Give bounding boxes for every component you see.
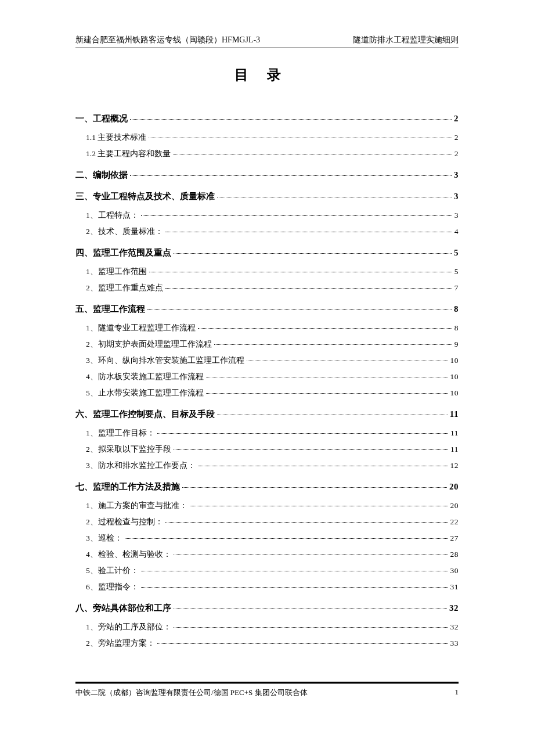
toc-leader-dots bbox=[174, 609, 447, 609]
toc-label: 二、编制依据 bbox=[75, 170, 128, 181]
toc-label: 5、验工计价： bbox=[86, 566, 139, 576]
toc-entry: 1.2 主要工程内容和数量2 bbox=[86, 149, 459, 159]
toc-label: 六、监理工作控制要点、目标及手段 bbox=[75, 409, 215, 420]
toc-page-number: 4 bbox=[454, 227, 459, 236]
toc-leader-dots bbox=[165, 288, 452, 289]
toc-label: 1、隧道专业工程监理工作流程 bbox=[86, 323, 196, 333]
toc-entry: 3、环向、纵向排水管安装施工监理工作流程10 bbox=[86, 355, 459, 366]
footer-rule bbox=[75, 682, 459, 684]
toc-entry: 2、拟采取以下监控手段11 bbox=[86, 444, 459, 455]
toc-leader-dots bbox=[125, 538, 448, 539]
toc-page-number: 27 bbox=[450, 534, 459, 543]
toc-leader-dots bbox=[157, 643, 448, 644]
toc-entry: 三、专业工程特点及技术、质量标准3 bbox=[75, 191, 459, 202]
toc-page-number: 8 bbox=[454, 323, 459, 333]
toc-label: 三、专业工程特点及技术、质量标准 bbox=[75, 191, 215, 202]
page-footer: 中铁二院（成都）咨询监理有限责任公司/德国 PEC+S 集团公司联合体 1 bbox=[75, 682, 459, 698]
toc-entry: 1、旁站的工序及部位：32 bbox=[86, 622, 459, 632]
toc-leader-dots bbox=[165, 232, 452, 232]
toc-page-number: 2 bbox=[454, 149, 459, 159]
toc-label: 七、监理的工作方法及措施 bbox=[75, 481, 180, 492]
toc-leader-dots bbox=[141, 571, 448, 571]
toc-leader-dots bbox=[206, 377, 448, 377]
footer-left: 中铁二院（成都）咨询监理有限责任公司/德国 PEC+S 集团公司联合体 bbox=[75, 687, 308, 698]
toc-entry: 二、编制依据3 bbox=[75, 170, 459, 181]
toc-entry: 6、监理指令：31 bbox=[86, 582, 459, 592]
toc-entry: 4、检验、检测与验收：28 bbox=[86, 549, 459, 560]
toc-label: 4、防水板安装施工监理工作流程 bbox=[86, 372, 204, 382]
toc-entry: 2、初期支护表面处理监理工作流程9 bbox=[86, 339, 459, 350]
toc-leader-dots bbox=[217, 197, 452, 197]
toc-leader-dots bbox=[247, 361, 448, 361]
footer-page-number: 1 bbox=[455, 687, 459, 698]
toc-leader-dots bbox=[217, 415, 448, 415]
toc-entry: 五、监理工作流程8 bbox=[75, 304, 459, 315]
toc-entry: 2、技术、质量标准：4 bbox=[86, 226, 459, 237]
toc-entry: 四、监理工作范围及重点5 bbox=[75, 247, 459, 258]
page-header: 新建合肥至福州铁路客运专线（闽赣段）HFMGJL-3 隧道防排水工程监理实施细则 bbox=[75, 35, 459, 48]
toc-leader-dots bbox=[173, 154, 452, 154]
toc-label: 1、监理工作目标： bbox=[86, 428, 155, 438]
toc-label: 1、工程特点： bbox=[86, 210, 139, 221]
toc-leader-dots bbox=[182, 487, 447, 488]
toc-page-number: 30 bbox=[450, 566, 459, 575]
toc-entry: 七、监理的工作方法及措施20 bbox=[75, 481, 459, 492]
toc-label: 1、施工方案的审查与批准： bbox=[86, 501, 187, 511]
toc-leader-dots bbox=[147, 309, 452, 310]
toc-page-number: 3 bbox=[454, 170, 459, 180]
toc-page-number: 3 bbox=[454, 211, 459, 220]
toc-leader-dots bbox=[174, 449, 448, 450]
toc-leader-dots bbox=[141, 587, 448, 588]
toc-page-number: 10 bbox=[450, 388, 459, 398]
header-right: 隧道防排水工程监理实施细则 bbox=[353, 35, 459, 45]
toc-entry: 六、监理工作控制要点、目标及手段11 bbox=[75, 409, 459, 420]
toc-entry: 八、旁站具体部位和工序32 bbox=[75, 603, 459, 614]
toc-page-number: 10 bbox=[450, 372, 459, 381]
toc-page-number: 8 bbox=[454, 304, 459, 314]
toc-leader-dots bbox=[190, 506, 448, 506]
toc-entry: 2、监理工作重点难点7 bbox=[86, 283, 459, 293]
toc-page-number: 31 bbox=[450, 582, 459, 592]
toc-label: 3、防水和排水监控工作要点： bbox=[86, 460, 196, 471]
toc-entry: 3、巡检：27 bbox=[86, 533, 459, 543]
toc-entry: 2、过程检查与控制：22 bbox=[86, 517, 459, 527]
toc-page-number: 5 bbox=[454, 267, 459, 276]
toc-entry: 5、止水带安装施工监理工作流程10 bbox=[86, 388, 459, 398]
toc-page-number: 33 bbox=[450, 639, 459, 648]
toc-entry: 5、验工计价：30 bbox=[86, 566, 459, 576]
toc-leader-dots bbox=[174, 627, 448, 628]
toc-leader-dots bbox=[206, 393, 448, 394]
toc-label: 八、旁站具体部位和工序 bbox=[75, 603, 171, 614]
toc-page-number: 5 bbox=[454, 248, 459, 258]
toc-entry: 1.1 主要技术标准2 bbox=[86, 132, 459, 143]
toc-page-number: 7 bbox=[454, 283, 459, 293]
toc-entry: 4、防水板安装施工监理工作流程10 bbox=[86, 372, 459, 382]
toc-label: 2、过程检查与控制： bbox=[86, 517, 163, 527]
table-of-contents: 一、工程概况21.1 主要技术标准21.2 主要工程内容和数量2二、编制依据3三… bbox=[75, 113, 459, 649]
toc-leader-dots bbox=[198, 466, 448, 466]
toc-label: 2、监理工作重点难点 bbox=[86, 283, 163, 293]
toc-page-number: 11 bbox=[450, 429, 459, 438]
toc-page-number: 11 bbox=[450, 445, 459, 454]
toc-page-number: 20 bbox=[449, 482, 459, 492]
toc-leader-dots bbox=[174, 253, 452, 254]
toc-label: 6、监理指令： bbox=[86, 582, 139, 592]
toc-label: 2、旁站监理方案： bbox=[86, 638, 155, 649]
toc-page-number: 32 bbox=[450, 622, 459, 632]
toc-leader-dots bbox=[174, 555, 448, 555]
toc-entry: 1、隧道专业工程监理工作流程8 bbox=[86, 323, 459, 333]
toc-label: 2、初期支护表面处理监理工作流程 bbox=[86, 339, 212, 350]
toc-page-number: 3 bbox=[454, 192, 459, 201]
toc-label: 1、旁站的工序及部位： bbox=[86, 622, 171, 632]
toc-leader-dots bbox=[157, 433, 448, 434]
toc-label: 5、止水带安装施工监理工作流程 bbox=[86, 388, 204, 398]
toc-entry: 3、防水和排水监控工作要点：12 bbox=[86, 460, 459, 471]
toc-label: 五、监理工作流程 bbox=[75, 304, 145, 315]
toc-leader-dots bbox=[198, 328, 452, 329]
toc-label: 2、技术、质量标准： bbox=[86, 226, 163, 237]
toc-leader-dots bbox=[214, 344, 452, 345]
toc-page-number: 20 bbox=[450, 501, 459, 510]
toc-entry: 1、施工方案的审查与批准：20 bbox=[86, 501, 459, 511]
toc-page-number: 28 bbox=[450, 550, 459, 559]
toc-label: 1、监理工作范围 bbox=[86, 267, 147, 277]
